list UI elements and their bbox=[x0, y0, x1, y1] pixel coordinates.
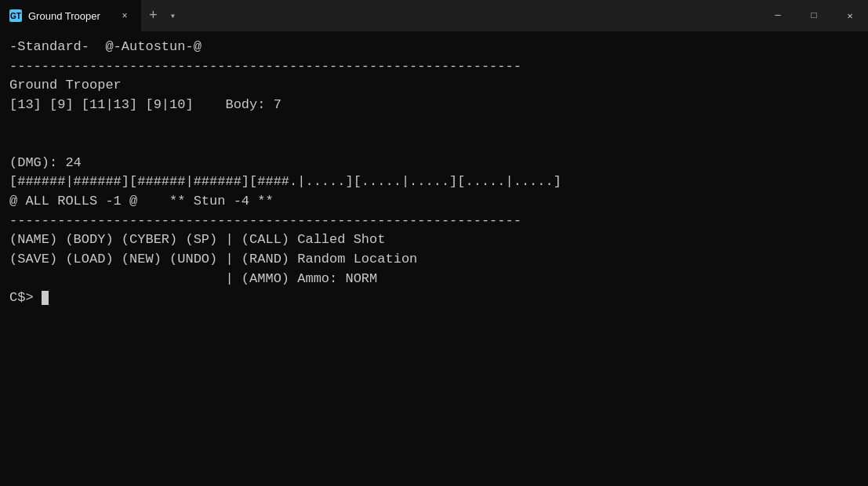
tab-icon: GT bbox=[9, 9, 22, 22]
line-11: (NAME) (BODY) (CYBER) (SP) | (CALL) Call… bbox=[9, 232, 385, 247]
cursor bbox=[42, 291, 49, 305]
close-window-button[interactable]: ✕ bbox=[832, 0, 868, 31]
titlebar: GT Ground Trooper × + ▾ — □ ✕ bbox=[0, 0, 868, 31]
prompt-text: C$> bbox=[9, 290, 42, 305]
terminal-output[interactable]: -Standard- @-Autostun-@ ----------------… bbox=[0, 31, 868, 486]
terminal-window: GT Ground Trooper × + ▾ — □ ✕ -Standard-… bbox=[0, 0, 868, 486]
active-tab[interactable]: GT Ground Trooper × bbox=[0, 0, 141, 31]
line-7: (DMG): 24 bbox=[9, 155, 82, 170]
line-4: [13] [9] [11|13] [9|10] Body: 7 bbox=[9, 97, 281, 112]
line-3: Ground Trooper bbox=[9, 78, 122, 92]
maximize-button[interactable]: □ bbox=[796, 0, 832, 31]
tab-area: GT Ground Trooper × + ▾ bbox=[0, 0, 760, 31]
line-8: [######|######][######|######][####.|...… bbox=[9, 174, 561, 189]
close-tab-button[interactable]: × bbox=[118, 9, 132, 23]
prompt-line: C$> bbox=[9, 290, 49, 305]
window-controls: — □ ✕ bbox=[760, 0, 868, 31]
minimize-button[interactable]: — bbox=[760, 0, 796, 31]
line-10: ----------------------------------------… bbox=[9, 213, 521, 228]
tab-title: Ground Trooper bbox=[28, 10, 111, 22]
line-1: -Standard- @-Autostun-@ bbox=[9, 39, 202, 54]
line-9: @ ALL ROLLS -1 @ ** Stun -4 ** bbox=[9, 194, 274, 209]
line-2: ----------------------------------------… bbox=[9, 59, 521, 74]
new-tab-button[interactable]: + bbox=[141, 0, 165, 31]
line-13: | (AMMO) Ammo: NORM bbox=[9, 271, 377, 286]
tab-dropdown-button[interactable]: ▾ bbox=[165, 0, 180, 31]
line-12: (SAVE) (LOAD) (NEW) (UNDO) | (RAND) Rand… bbox=[9, 252, 417, 267]
